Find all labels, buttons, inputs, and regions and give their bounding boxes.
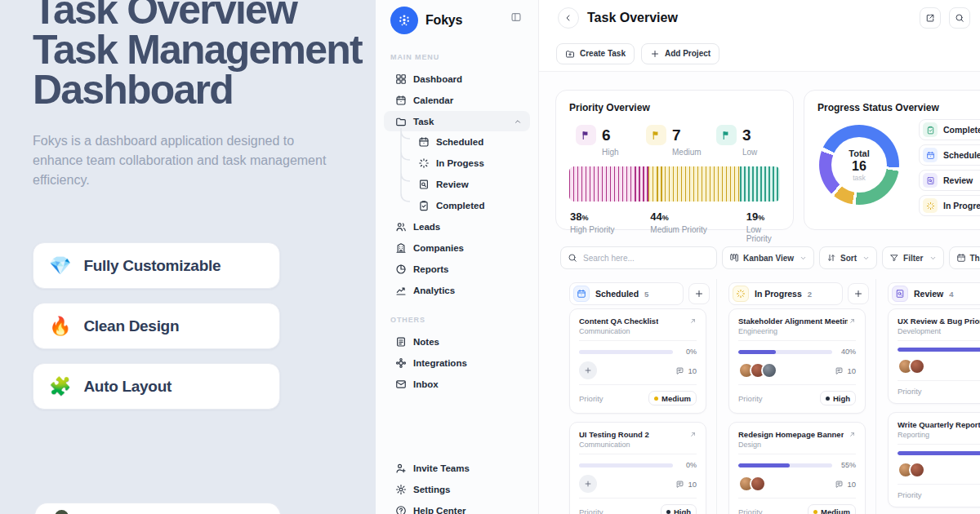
- segment-high: [569, 166, 648, 202]
- kanban-icon: [729, 253, 739, 263]
- card-team: Communication: [579, 441, 697, 449]
- task-card[interactable]: Content QA Checklist Communication 0% 10…: [569, 308, 706, 414]
- sidebar-item-scheduled[interactable]: Scheduled: [376, 131, 538, 153]
- task-card[interactable]: Write Quarterly Report Reporting Priorit…: [888, 412, 980, 507]
- add-card-button[interactable]: [848, 283, 869, 304]
- sidebar-item-invite-teams[interactable]: Invite Teams: [376, 458, 539, 479]
- column-header: Review 4: [888, 282, 980, 305]
- hero-title-line3: Dashboard: [33, 70, 376, 110]
- sidebar-item-inbox[interactable]: Inbox: [376, 374, 538, 395]
- legend-review: Review: [919, 170, 980, 191]
- avatar: [909, 358, 925, 374]
- priority-badge: Medium: [808, 504, 856, 514]
- others-label: OTHERS: [390, 316, 538, 324]
- segment-medium: [648, 166, 740, 202]
- create-task-button[interactable]: Create Task: [556, 43, 635, 64]
- open-task-icon[interactable]: [689, 317, 697, 325]
- sidebar-item-analytics[interactable]: Analytics: [376, 280, 538, 301]
- flag-icon-high: [576, 125, 596, 145]
- task-card[interactable]: UI Testing Round 2 Communication 0% 10 P…: [569, 422, 706, 514]
- spinner-icon: [733, 286, 749, 302]
- avatar-group: [738, 476, 766, 492]
- view-dropdown[interactable]: Kanban View: [722, 246, 814, 269]
- task-card[interactable]: UX Review & Bug Prioritization Developme…: [888, 308, 980, 404]
- task-submenu: Scheduled In Progess Review Completed: [376, 131, 538, 216]
- assign-member-button[interactable]: [579, 475, 597, 493]
- card-team: Engineering: [738, 327, 856, 335]
- legend-completed: Completed: [919, 119, 980, 140]
- sidebar-item-completed[interactable]: Completed: [376, 195, 538, 216]
- progress-donut-chart: Total 16 task: [819, 125, 899, 205]
- main-header: Task Overview: [539, 0, 980, 37]
- search-input[interactable]: [581, 253, 707, 264]
- add-project-button[interactable]: Add Project: [641, 43, 719, 64]
- card-team: Development: [898, 327, 980, 335]
- comment-count[interactable]: 10: [835, 366, 856, 375]
- sidebar-item-settings[interactable]: Settings: [376, 479, 539, 500]
- priority-overview-title: Priority Overview: [569, 102, 780, 113]
- search-box[interactable]: [560, 246, 717, 269]
- sidebar: Fokys MAIN MENU Dashboard Calendar Task …: [376, 0, 539, 514]
- donut-center: Total 16 task: [819, 125, 899, 205]
- assign-member-button[interactable]: [579, 361, 597, 379]
- puzzle-icon: 🧩: [49, 378, 71, 396]
- task-card[interactable]: Stakeholder Alignment Meeting Engineerin…: [728, 308, 866, 414]
- comment-icon: [675, 480, 684, 489]
- open-task-icon[interactable]: [849, 431, 856, 438]
- segment-low: [740, 166, 780, 202]
- avatar-group: [898, 462, 925, 478]
- sidebar-item-reports[interactable]: Reports: [376, 259, 538, 280]
- sidebar-item-calendar[interactable]: Calendar: [376, 90, 538, 111]
- card-progress: [898, 451, 980, 455]
- task-card[interactable]: Redesign Homepage Banner Design 55% 10 P…: [728, 422, 866, 514]
- filter-dropdown[interactable]: Filter: [882, 246, 943, 269]
- gem-icon: 💎: [49, 257, 71, 275]
- comment-icon: [835, 366, 844, 375]
- calendar-icon: [923, 148, 938, 162]
- sidebar-item-task[interactable]: Task: [384, 111, 530, 131]
- avatar: [909, 462, 925, 478]
- hero-title-line2: Task Management: [33, 30, 376, 70]
- sort-dropdown[interactable]: Sort: [819, 246, 877, 269]
- sidebar-item-notes[interactable]: Notes: [376, 331, 538, 352]
- card-team: Reporting: [898, 431, 980, 439]
- legend-scheduled: Scheduled: [919, 144, 980, 166]
- feature-label: Fully Customizable: [83, 257, 220, 275]
- sidebar-item-dashboard[interactable]: Dashboard: [376, 69, 538, 90]
- sidebar-item-review[interactable]: Review: [376, 174, 538, 195]
- add-card-button[interactable]: [688, 283, 710, 304]
- sidebar-item-leads[interactable]: Leads: [376, 216, 538, 237]
- hero-description: Fokys is a dashboard application designe…: [33, 131, 343, 190]
- search-button[interactable]: [949, 7, 970, 29]
- flag-icon-low: [716, 125, 737, 145]
- back-button[interactable]: [558, 7, 579, 29]
- sidebar-footer: Invite Teams Settings Help Center: [376, 458, 539, 514]
- plus-icon: [650, 49, 660, 59]
- feature-card-clean-design: 🔥 Clean Design: [33, 303, 280, 349]
- sidebar-item-companies[interactable]: Companies: [376, 237, 538, 259]
- calendar-icon: [956, 253, 966, 263]
- search-icon: [955, 13, 964, 23]
- spinner-icon: [923, 198, 938, 213]
- column-count: 4: [949, 290, 953, 299]
- sidebar-collapse-icon[interactable]: [510, 11, 522, 23]
- date-range-dropdown[interactable]: This Week: [949, 246, 980, 269]
- avatar: [761, 362, 777, 379]
- comment-count[interactable]: 10: [675, 366, 697, 375]
- label-high-priority: 38%High Priority: [570, 209, 614, 234]
- comment-count[interactable]: 10: [835, 480, 856, 489]
- feature-card-auto-layout: 🧩 Auto Layout: [33, 363, 280, 410]
- priority-striped-bar: [569, 166, 780, 202]
- fokys-logo-icon: [390, 7, 418, 34]
- open-task-icon[interactable]: [689, 431, 697, 438]
- hero-title-line1: Task Overview: [33, 0, 376, 30]
- open-task-icon[interactable]: [849, 317, 856, 325]
- chevron-down-icon: [862, 255, 870, 262]
- sidebar-item-integrations[interactable]: Integrations: [376, 352, 538, 374]
- sidebar-item-help-center[interactable]: Help Center: [376, 500, 539, 514]
- share-export-button[interactable]: [920, 7, 941, 29]
- priority-badge: High: [661, 504, 697, 514]
- others-nav: Notes Integrations Inbox: [376, 331, 538, 395]
- comment-count[interactable]: 10: [675, 480, 697, 489]
- sidebar-item-in-progress[interactable]: In Progess: [376, 153, 538, 174]
